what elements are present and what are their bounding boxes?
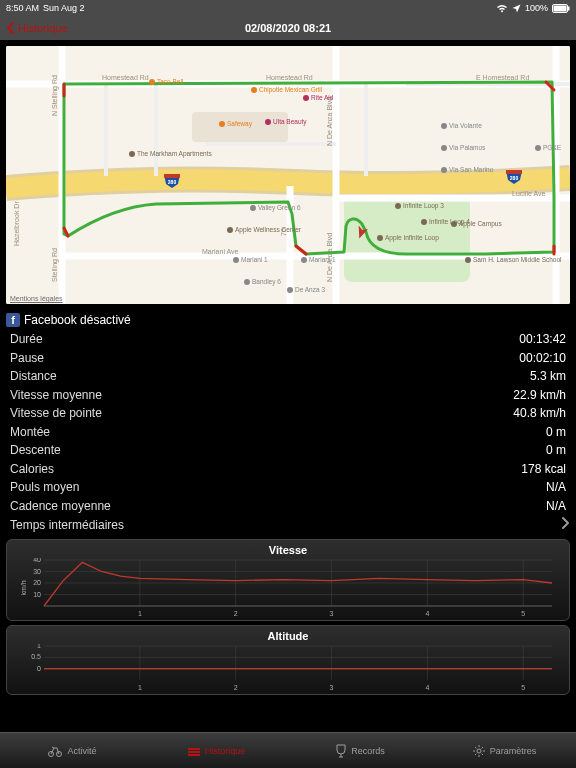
stat-value: 5.3 km <box>530 367 566 386</box>
facebook-label: Facebook désactivé <box>24 313 131 327</box>
svg-point-46 <box>129 151 135 157</box>
svg-text:1: 1 <box>138 610 142 617</box>
stat-value: 0 m <box>546 441 566 460</box>
status-bar: 8:50 AM Sun Aug 2 100% <box>0 0 576 16</box>
svg-text:Bandley 6: Bandley 6 <box>252 278 281 286</box>
svg-text:5: 5 <box>521 684 525 691</box>
altitude-chart-panel: Altitude 1234500.51 <box>6 625 570 695</box>
svg-text:The Markham Apartments: The Markham Apartments <box>137 150 213 158</box>
svg-text:Apple Wellness Center: Apple Wellness Center <box>235 226 302 234</box>
svg-text:280: 280 <box>168 179 177 185</box>
intermediate-times-label: Temps intermédiaires <box>10 518 124 532</box>
stat-label: Pouls moyen <box>10 478 79 497</box>
tab-historique[interactable]: Historique <box>144 733 288 768</box>
stat-label: Vitesse de pointe <box>10 404 102 423</box>
tab-label: Activité <box>67 746 96 756</box>
svg-text:40: 40 <box>33 558 41 563</box>
svg-text:Apple Campus: Apple Campus <box>459 220 502 228</box>
svg-point-44 <box>265 119 271 125</box>
svg-point-36 <box>149 79 155 85</box>
location-icon <box>512 4 521 13</box>
svg-point-64 <box>441 145 447 151</box>
svg-point-76 <box>535 145 541 151</box>
svg-text:PG&E: PG&E <box>543 144 562 151</box>
tab-parametres[interactable]: Paramètres <box>432 733 576 768</box>
tab-label: Historique <box>205 746 246 756</box>
facebook-row[interactable]: f Facebook désactivé <box>0 310 576 330</box>
svg-text:0: 0 <box>37 665 41 672</box>
stats-list: Durée00:13:42Pause00:02:10Distance5.3 km… <box>0 330 576 515</box>
svg-point-72 <box>244 279 250 285</box>
svg-text:N De Anza Blvd: N De Anza Blvd <box>326 97 333 146</box>
historique-icon <box>187 745 201 757</box>
stat-row: Cadence moyenneN/A <box>10 497 566 516</box>
svg-text:Mariani Ave: Mariani Ave <box>202 248 239 255</box>
stat-label: Montée <box>10 423 50 442</box>
svg-rect-118 <box>188 751 200 753</box>
svg-text:Stelling Rd: Stelling Rd <box>51 248 59 282</box>
svg-text:E Homestead Rd: E Homestead Rd <box>476 74 529 81</box>
svg-text:Homestead Rd: Homestead Rd <box>102 74 149 81</box>
svg-text:1: 1 <box>37 644 41 649</box>
back-label: Historique <box>18 22 68 34</box>
svg-text:5: 5 <box>521 610 525 617</box>
svg-point-48 <box>227 227 233 233</box>
svg-text:2: 2 <box>234 684 238 691</box>
chevron-right-icon <box>558 516 572 534</box>
tab-label: Paramètres <box>490 746 537 756</box>
wifi-icon <box>496 4 508 13</box>
speed-chart: 1234510203040km/h <box>13 558 563 618</box>
svg-text:0.5: 0.5 <box>31 653 41 660</box>
route-map[interactable]: 280 280 Homestead Rd Homestead R <box>6 46 570 304</box>
tab-bar: ActivitéHistoriqueRecordsParamètres <box>0 732 576 768</box>
svg-point-58 <box>465 257 471 263</box>
svg-rect-117 <box>188 748 200 750</box>
stat-value: 00:02:10 <box>519 349 566 368</box>
status-time: 8:50 AM <box>6 3 39 13</box>
stat-value: N/A <box>546 478 566 497</box>
facebook-icon: f <box>6 313 20 327</box>
status-battery-pct: 100% <box>525 3 548 13</box>
svg-rect-119 <box>188 754 200 756</box>
svg-point-62 <box>441 123 447 129</box>
svg-point-66 <box>441 167 447 173</box>
stat-row: Calories178 kcal <box>10 460 566 479</box>
stat-label: Vitesse moyenne <box>10 386 102 405</box>
back-button[interactable]: Historique <box>4 21 68 35</box>
svg-text:4: 4 <box>425 684 429 691</box>
svg-text:Homestead Rd: Homestead Rd <box>266 74 313 81</box>
stat-value: 40.8 km/h <box>513 404 566 423</box>
svg-text:10: 10 <box>33 591 41 598</box>
svg-text:Valley Green 6: Valley Green 6 <box>258 204 301 212</box>
map-legal-link[interactable]: Mentions légales <box>10 295 63 302</box>
stat-row: Descente0 m <box>10 441 566 460</box>
svg-text:Via San Marino: Via San Marino <box>449 166 494 173</box>
battery-icon <box>552 4 570 13</box>
intermediate-times-row[interactable]: Temps intermédiaires <box>0 515 576 535</box>
svg-text:4: 4 <box>425 610 429 617</box>
svg-text:Mariani 1: Mariani 1 <box>309 256 336 263</box>
svg-text:Via Volante: Via Volante <box>449 122 482 129</box>
stat-label: Pause <box>10 349 44 368</box>
stat-value: 22.9 km/h <box>513 386 566 405</box>
stat-label: Cadence moyenne <box>10 497 111 516</box>
svg-point-42 <box>219 121 225 127</box>
stat-row: Vitesse moyenne22.9 km/h <box>10 386 566 405</box>
svg-point-50 <box>395 203 401 209</box>
svg-point-60 <box>250 205 256 211</box>
speed-chart-panel: Vitesse 1234510203040km/h <box>6 539 570 621</box>
svg-text:Taco Bell: Taco Bell <box>157 78 184 85</box>
stat-label: Durée <box>10 330 43 349</box>
svg-point-38 <box>251 87 257 93</box>
tab-activite[interactable]: Activité <box>0 733 144 768</box>
status-date: Sun Aug 2 <box>43 3 85 13</box>
tab-records[interactable]: Records <box>288 733 432 768</box>
svg-rect-1 <box>568 6 570 10</box>
svg-text:Mariani 1: Mariani 1 <box>241 256 268 263</box>
stat-row: Montée0 m <box>10 423 566 442</box>
stat-label: Calories <box>10 460 54 479</box>
parametres-icon <box>472 744 486 758</box>
stat-label: Descente <box>10 441 61 460</box>
stat-value: 00:13:42 <box>519 330 566 349</box>
altitude-chart-title: Altitude <box>13 630 563 642</box>
